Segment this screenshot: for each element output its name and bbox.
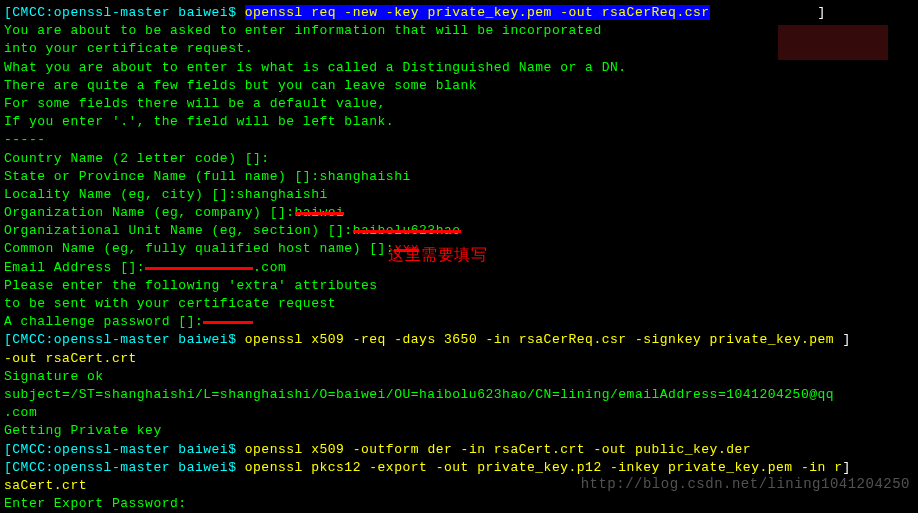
output-line: There are quite a few fields but you can…: [4, 77, 914, 95]
line-end: ]: [710, 5, 826, 20]
line-end: ]: [842, 332, 850, 347]
openssl-x509-command: openssl x509 -req -days 3650 -in rsaCerR…: [245, 332, 843, 347]
signature-ok: Signature ok: [4, 368, 914, 386]
redacted-org-unit: haibolu623hao: [353, 222, 461, 240]
shell-prompt: [CMCC:openssl-master baiwei$: [4, 460, 245, 475]
line-end: ]: [842, 460, 850, 475]
command-continuation: -out rsaCert.crt: [4, 350, 914, 368]
org-name-prompt: Organization Name (eg, company) []:baiwe…: [4, 204, 914, 222]
challenge-password-prompt: A challenge password []:xxxxxx: [4, 313, 914, 331]
openssl-req-command: openssl req -new -key private_key.pem -o…: [245, 5, 710, 20]
locality-prompt: Locality Name (eg, city) []:shanghaishi: [4, 186, 914, 204]
command-line-1: [CMCC:openssl-master baiwei$ openssl req…: [4, 4, 914, 22]
annotation-note: 这里需要填写: [388, 244, 487, 266]
output-line: -----: [4, 131, 914, 149]
extra-attrs-header: Please enter the following 'extra' attri…: [4, 277, 914, 295]
org-unit-prompt: Organizational Unit Name (eg, section) […: [4, 222, 914, 240]
prompt-label: Common Name (eg, fully qualified host na…: [4, 241, 394, 256]
redacted-org: baiwei: [295, 204, 345, 222]
output-line: You are about to be asked to enter infor…: [4, 22, 914, 40]
command-line-2: [CMCC:openssl-master baiwei$ openssl x50…: [4, 331, 914, 349]
output-line: For some fields there will be a default …: [4, 95, 914, 113]
command-line-3: [CMCC:openssl-master baiwei$ openssl x50…: [4, 441, 914, 459]
shell-prompt: [CMCC:openssl-master baiwei$: [4, 442, 245, 457]
email-suffix: .com: [253, 260, 286, 275]
watermark-text: http://blog.csdn.net/lining1041204250: [581, 475, 910, 495]
redacted-email: 1041204250@qq: [145, 259, 253, 277]
extra-attrs-line: to be sent with your certificate request: [4, 295, 914, 313]
export-password-prompt: Enter Export Password:: [4, 495, 914, 513]
output-line: What you are about to enter is what is c…: [4, 59, 914, 77]
shell-prompt: [CMCC:openssl-master baiwei$: [4, 332, 245, 347]
openssl-pkcs12-command: openssl pkcs12 -export -out private_key.…: [245, 460, 843, 475]
output-line: If you enter '.', the field will be left…: [4, 113, 914, 131]
prompt-label: A challenge password []:: [4, 314, 203, 329]
country-name-prompt: Country Name (2 letter code) []:: [4, 150, 914, 168]
redacted-password: xxxxxx: [203, 313, 253, 331]
subject-line-cont: .com: [4, 404, 914, 422]
state-prompt: State or Province Name (full name) []:sh…: [4, 168, 914, 186]
command-line-4: [CMCC:openssl-master baiwei$ openssl pkc…: [4, 459, 914, 477]
prompt-label: Organization Name (eg, company) []:: [4, 205, 295, 220]
output-line: into your certificate request.: [4, 40, 914, 58]
prompt-label: Organizational Unit Name (eg, section) […: [4, 223, 353, 238]
prompt-label: Email Address []:: [4, 260, 145, 275]
subject-line: subject=/ST=shanghaishi/L=shanghaishi/O=…: [4, 386, 914, 404]
shell-prompt: [CMCC:openssl-master baiwei$: [4, 5, 245, 20]
openssl-der-command: openssl x509 -outform der -in rsaCert.cr…: [245, 442, 751, 457]
getting-key: Getting Private key: [4, 422, 914, 440]
